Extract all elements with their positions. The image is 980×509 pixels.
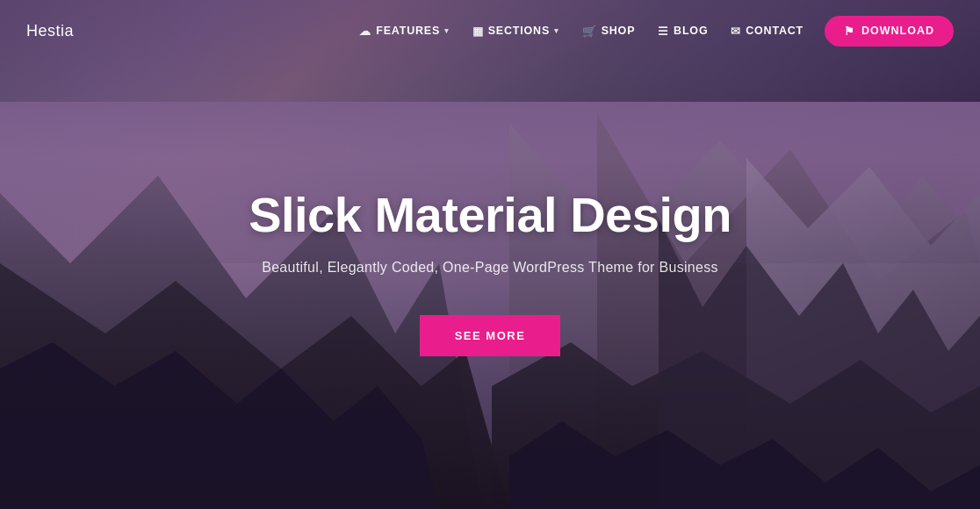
download-button[interactable]: ⚑ DOWNLOAD: [825, 16, 954, 47]
nav-links: ☁ FEATURES ▾ ▦ SECTIONS ▾ 🛒 SHOP ☰ BLOG: [350, 16, 954, 47]
cloud-icon: ☁: [359, 25, 371, 38]
nav-blog-label: BLOG: [674, 25, 708, 37]
hero-title: Slick Material Design: [249, 188, 731, 242]
nav-contact-label: CONTACT: [746, 25, 803, 37]
nav-item-blog[interactable]: ☰ BLOG: [649, 18, 717, 45]
grid-icon: ▦: [472, 25, 484, 38]
nav-shop-label: SHOP: [602, 25, 636, 37]
nav-item-sections[interactable]: ▦ SECTIONS ▾: [464, 18, 568, 45]
flag-icon: ⚑: [844, 25, 855, 38]
list-icon: ☰: [658, 25, 669, 38]
envelope-icon: ✉: [731, 25, 741, 38]
nav-item-shop[interactable]: 🛒 SHOP: [573, 18, 644, 45]
nav-sections-label: SECTIONS: [488, 25, 550, 37]
hero-section: Hestia ☁ FEATURES ▾ ▦ SECTIONS ▾ 🛒 SHOP …: [0, 0, 980, 509]
cart-icon: 🛒: [582, 25, 597, 38]
hero-subtitle: Beautiful, Elegantly Coded, One-Page Wor…: [249, 260, 731, 276]
brand-name: Hestia: [26, 22, 74, 40]
download-label: DOWNLOAD: [861, 25, 934, 37]
features-dropdown-arrow: ▾: [444, 26, 450, 35]
nav-features-label: FEATURES: [376, 25, 440, 37]
sections-dropdown-arrow: ▾: [554, 26, 559, 35]
see-more-button[interactable]: SEE MORE: [420, 315, 561, 356]
hero-content: Slick Material Design Beautiful, Elegant…: [249, 153, 731, 356]
navbar: Hestia ☁ FEATURES ▾ ▦ SECTIONS ▾ 🛒 SHOP …: [0, 0, 980, 61]
nav-item-contact[interactable]: ✉ CONTACT: [722, 18, 812, 45]
nav-item-features[interactable]: ☁ FEATURES ▾: [350, 18, 458, 45]
